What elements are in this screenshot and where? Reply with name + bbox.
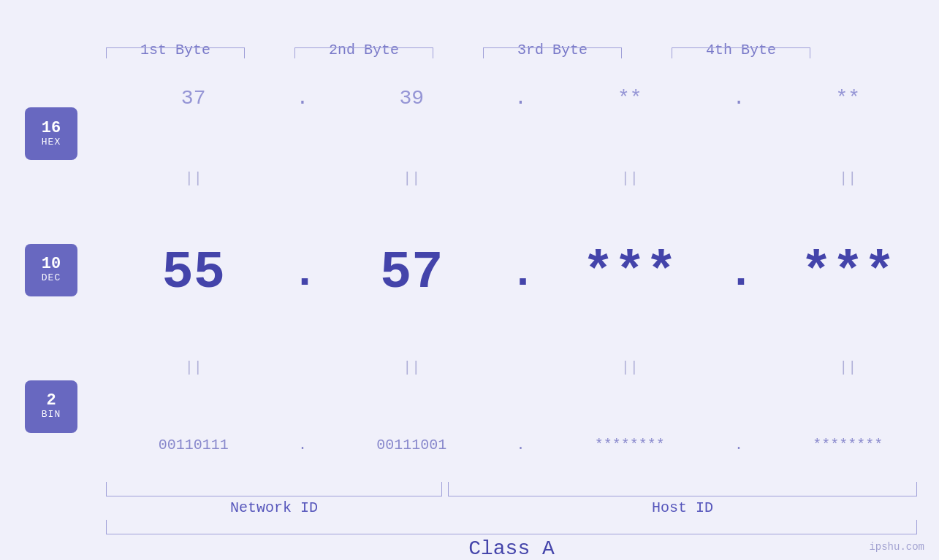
badges-column: 16 HEX 10 DEC 2 BIN [0, 58, 102, 482]
bin-badge: 2 BIN [25, 380, 77, 433]
values-grid: 37 . 39 . ** . ** || || || || 55 [102, 58, 939, 482]
dec-b3: *** [560, 247, 699, 299]
dec-b4: *** [778, 247, 917, 299]
hex-b2: 39 [342, 87, 481, 110]
hex-b1: 37 [124, 87, 263, 110]
network-id-bracket [106, 482, 442, 496]
sep2-b2: || [342, 359, 481, 376]
hex-dot3: . [728, 87, 750, 110]
dec-badge-number: 10 [42, 256, 61, 272]
hex-dot1: . [292, 87, 313, 110]
bin-dot1: . [292, 437, 313, 453]
sep2-b4: || [778, 359, 917, 376]
bin-row: 00110111 . 00111001 . ******** . *******… [102, 437, 939, 453]
host-id-bracket [448, 482, 917, 496]
sep1-b4: || [778, 170, 917, 187]
id-labels-row: Network ID Host ID [106, 499, 917, 516]
dec-b2: 57 [342, 247, 481, 299]
class-bracket-area: Class A [106, 520, 917, 560]
data-section: 16 HEX 10 DEC 2 BIN 37 . 39 . ** . ** [0, 58, 939, 482]
hex-badge-label: HEX [42, 137, 61, 147]
sep1-b1: || [124, 170, 263, 187]
id-brackets-area: Network ID Host ID [106, 482, 917, 516]
sep1-b3: || [560, 170, 699, 187]
sep1-b2: || [342, 170, 481, 187]
bin-b4: ******** [778, 437, 917, 453]
sep-row-1: || || || || [102, 167, 939, 189]
network-id-label: Network ID [106, 499, 442, 516]
watermark: ipshu.com [869, 541, 924, 553]
hex-badge-number: 16 [42, 120, 61, 137]
hex-dot2: . [509, 87, 531, 110]
bin-b2: 00111001 [342, 437, 481, 453]
dec-row: 55 . 57 . *** . *** [102, 247, 939, 299]
dec-b1: 55 [124, 247, 263, 299]
bin-dot3: . [728, 437, 750, 453]
sep2-b3: || [560, 359, 699, 376]
dec-badge: 10 DEC [25, 244, 77, 296]
bin-badge-number: 2 [46, 393, 56, 409]
hex-b4: ** [778, 87, 917, 110]
dec-dot1: . [292, 251, 313, 295]
class-label: Class A [106, 537, 917, 560]
bin-dot2: . [509, 437, 531, 453]
main-layout: 1st Byte 2nd Byte 3rd Byte 4th Byte 16 H… [0, 0, 939, 560]
bin-b3: ******** [560, 437, 699, 453]
host-id-label: Host ID [448, 499, 917, 516]
bin-badge-label: BIN [42, 409, 61, 420]
sep2-b1: || [124, 359, 263, 376]
id-bracket-lines [106, 482, 917, 496]
dec-badge-label: DEC [42, 272, 61, 283]
dec-dot2: . [509, 251, 531, 295]
dec-dot3: . [728, 251, 750, 295]
bin-b1: 00110111 [124, 437, 263, 453]
hex-b3: ** [560, 87, 699, 110]
hex-row: 37 . 39 . ** . ** [102, 87, 939, 110]
class-bracket-line [106, 520, 917, 534]
hex-badge: 16 HEX [25, 107, 77, 160]
sep-row-2: || || || || [102, 357, 939, 379]
